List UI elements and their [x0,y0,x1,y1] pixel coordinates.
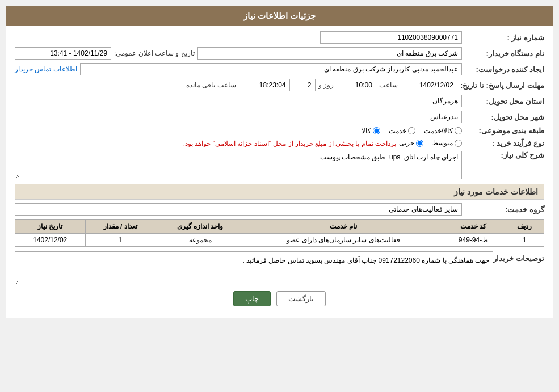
purchase-type-radio-group: متوسط جزیی [399,139,462,147]
page-header: جزئیات اطلاعات نیاز [6,6,553,26]
need-desc-textarea[interactable] [15,151,462,179]
service-group-row: گروه خدمت: سایر فعالیت‌های خدماتی [15,203,544,216]
col-header-qty: تعداد / مقدار [85,220,155,234]
creator-row: ایجاد کننده درخواست: عبدالحمید مدنبی کار… [15,63,544,75]
buyer-desc-label: توصیحات خریدار: [496,251,544,263]
back-button[interactable]: بازگشت [276,291,326,306]
table-cell-quantity: 1 [85,234,155,247]
city-row: شهر محل تحویل: بندرعباس [15,111,544,123]
service-group-label: گروه خدمت: [465,205,544,214]
purchase-type-radio-motavaset[interactable] [455,140,462,147]
purchase-type-radio-jozi[interactable] [416,140,423,147]
city-value: بندرعباس [15,111,462,123]
category-row: طبقه بندی موضوعی: کالا/خدمت خدمت کالا [15,127,544,135]
col-header-row-num: ردیف [505,220,544,234]
need-number-value: 1102003809000771 [320,31,462,44]
purchase-type-row: نوع فرآیند خرید : متوسط جزیی پرداخت تمام… [15,138,544,147]
purchase-type-label-jozi: جزیی [399,139,414,147]
remaining-label: ساعت باقی مانده [186,81,236,89]
services-table: ردیف کد خدمت نام خدمت واحد اندازه گیری ت… [15,219,544,247]
table-cell-name: فعالیت‌های سایر سازمان‌های دارای عضو [245,234,442,247]
purchase-type-note: پرداخت تمام یا بخشی از مبلغ خریدار از مح… [183,140,396,147]
send-date-label: مهلت ارسال پاسخ: تا تاریخ: [460,81,544,90]
table-cell-date: 1402/12/02 [15,234,86,247]
need-desc-row: شرح کلی نیاز: [15,151,544,179]
col-header-code: کد خدمت [442,220,505,234]
remaining-value: 18:23:04 [239,79,290,91]
table-cell-unit: مجموعه [155,234,245,247]
category-radio-khedmat[interactable] [408,127,415,134]
province-label: استان محل تحویل: [465,97,544,106]
time-label: ساعت [379,81,398,89]
table-cell-row: 1 [505,234,544,247]
category-radio-kala[interactable] [373,127,380,134]
buyer-desc-textarea[interactable] [15,251,493,285]
category-radio-kala-khedmat[interactable] [455,127,462,134]
province-row: استان محل تحویل: هرمزگان [15,95,544,107]
category-option-khedmat: خدمت [389,127,415,135]
print-button[interactable]: چاپ [233,291,271,306]
buyer-org-announce-row: نام دستگاه خریدار: شرکت برق منطقه ای تار… [15,47,544,60]
creator-link[interactable]: اطلاعات تماس خریدار [15,65,77,73]
category-label-kala: کالا [362,127,371,135]
time-value: 10:00 [337,79,376,91]
day-value: 2 [293,79,316,91]
category-label: طبقه بندی موضوعی: [465,127,544,135]
page-title: جزئیات اطلاعات نیاز [243,11,316,20]
category-label-kala-khedmat: کالا/خدمت [424,127,453,135]
day-label: روز و [318,81,334,89]
col-header-name: نام خدمت [245,220,442,234]
purchase-type-label-motavaset: متوسط [432,139,453,147]
service-group-value: سایر فعالیت‌های خدماتی [15,203,462,216]
category-option-kala-khedmat: کالا/خدمت [424,127,462,135]
button-row: بازگشت چاپ [15,291,544,312]
purchase-type-option-motavaset: متوسط [432,139,462,147]
services-section-header: اطلاعات خدمات مورد نیاز [15,184,544,200]
date-value: 1402/12/02 [401,79,457,91]
need-desc-label: شرح کلی نیاز: [465,151,544,159]
table-cell-code: ط-94-949 [442,234,505,247]
announce-value: 1402/11/29 - 13:41 [15,47,111,60]
category-radio-group: کالا/خدمت خدمت کالا [362,127,462,135]
col-header-unit: واحد اندازه گیری [155,220,245,234]
announce-label: تاریخ و ساعت اعلان عمومی: [114,49,195,57]
purchase-type-option-jozi: جزیی [399,139,423,147]
services-table-container: ردیف کد خدمت نام خدمت واحد اندازه گیری ت… [15,219,544,247]
creator-value: عبدالحمید مدنبی کاربرداز شرکت برق منطقه … [80,63,462,75]
buyer-org-value: شرکت برق منطقه ای [197,47,462,60]
need-number-row: شماره نیاز : 1102003809000771 [15,31,544,44]
creator-label: ایجاد کننده درخواست: [465,65,544,74]
purchase-type-label: نوع فرآیند خرید : [465,139,544,147]
buyer-org-label: نام دستگاه خریدار: [465,49,544,58]
buyer-desc-row: توصیحات خریدار: [15,251,544,285]
need-number-label: شماره نیاز : [465,33,544,42]
city-label: شهر محل تحویل: [465,113,544,121]
category-option-kala: کالا [362,127,380,135]
send-date-row: مهلت ارسال پاسخ: تا تاریخ: 1402/12/02 سا… [15,79,544,91]
category-label-khedmat: خدمت [389,127,406,135]
table-header-row: ردیف کد خدمت نام خدمت واحد اندازه گیری ت… [15,220,544,234]
province-value: هرمزگان [15,95,462,107]
col-header-date: تاریخ نیاز [15,220,86,234]
table-row: 1ط-94-949فعالیت‌های سایر سازمان‌های دارا… [15,234,544,247]
